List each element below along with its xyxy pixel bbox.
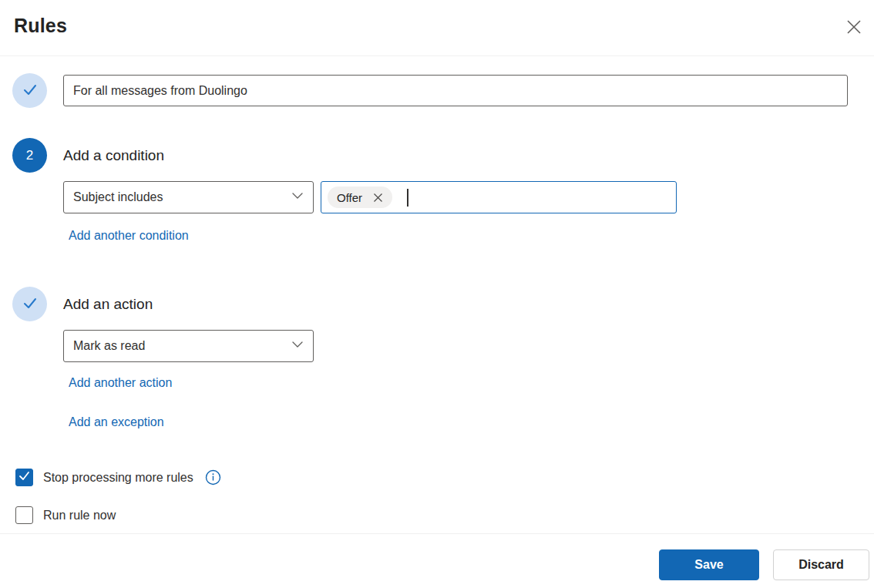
condition-select[interactable]: Subject includes [63, 181, 314, 213]
run-rule-now-label: Run rule now [43, 509, 116, 522]
dialog-body: 2 Add a condition Subject includes Offer [0, 73, 874, 524]
remove-tag-icon[interactable] [373, 193, 383, 203]
add-another-action-link[interactable]: Add another action [69, 376, 172, 390]
rule-name-input[interactable] [63, 75, 848, 106]
close-button[interactable] [843, 17, 865, 39]
footer-divider [0, 533, 874, 534]
condition-step-header: 2 Add a condition [0, 138, 874, 173]
action-select[interactable]: Mark as read [63, 330, 314, 362]
action-select-value: Mark as read [73, 339, 145, 353]
rule-name-row [0, 73, 874, 108]
chevron-down-icon [291, 190, 304, 205]
step3-complete-indicator [12, 287, 47, 321]
step1-complete-indicator [12, 73, 47, 108]
condition-controls-row: Subject includes Offer [63, 181, 874, 213]
action-controls-row: Mark as read [63, 330, 874, 362]
run-rule-now-row: Run rule now [15, 506, 874, 524]
checkmark-icon [22, 81, 39, 101]
add-another-condition-link[interactable]: Add another condition [69, 229, 189, 243]
condition-select-value: Subject includes [73, 190, 163, 204]
rules-dialog: Rules 2 Add a condition Su [0, 0, 874, 588]
info-icon[interactable] [205, 469, 221, 486]
add-an-exception-link[interactable]: Add an exception [69, 415, 164, 429]
run-rule-now-checkbox[interactable] [15, 506, 33, 524]
text-cursor [407, 189, 408, 207]
chevron-down-icon [291, 338, 304, 354]
action-heading: Add an action [63, 296, 153, 313]
discard-button[interactable]: Discard [773, 549, 869, 580]
stop-processing-label: Stop processing more rules [43, 471, 193, 485]
save-button[interactable]: Save [659, 549, 759, 580]
checkmark-icon [18, 470, 30, 485]
page-title: Rules [14, 15, 67, 37]
step2-number-indicator: 2 [12, 138, 47, 173]
stop-processing-row: Stop processing more rules [15, 469, 874, 486]
condition-heading: Add a condition [63, 147, 164, 164]
checkmark-icon [22, 294, 39, 314]
condition-tag-label: Offer [337, 191, 362, 204]
condition-tag: Offer [328, 186, 392, 208]
condition-value-input[interactable]: Offer [321, 181, 677, 213]
dialog-footer: Save Discard [659, 549, 869, 580]
header-divider [0, 55, 874, 56]
action-step-header: Add an action [0, 287, 874, 321]
dialog-header: Rules [0, 0, 874, 55]
close-icon [845, 18, 862, 38]
stop-processing-checkbox[interactable] [15, 469, 33, 486]
step2-number: 2 [26, 148, 33, 163]
